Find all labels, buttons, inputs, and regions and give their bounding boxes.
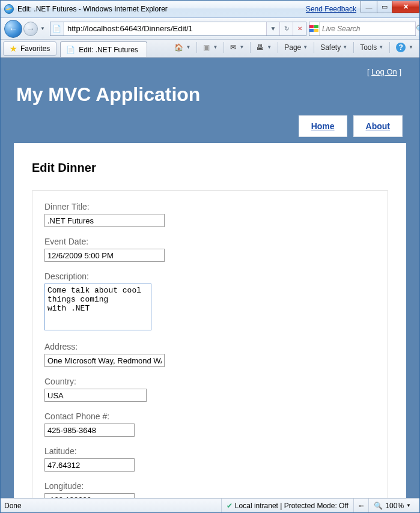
nav-history-dropdown[interactable]: ▼ (39, 26, 46, 31)
search-provider-icon[interactable] (309, 22, 320, 35)
search-button[interactable]: 🔍 (415, 22, 420, 35)
latitude-input[interactable] (44, 458, 135, 472)
ie-icon (4, 4, 14, 14)
zone-label: Local intranet | Protected Mode: Off (235, 502, 348, 510)
minimize-button[interactable]: — (361, 1, 377, 13)
status-text: Done (4, 502, 221, 510)
phone-label: Contact Phone #: (44, 411, 376, 421)
browser-tab[interactable]: 📄 Edit: .NET Futures (60, 41, 147, 57)
tab-toolbar: ★ Favorites 📄 Edit: .NET Futures 🏠▼ ▣▼ ✉… (1, 40, 419, 58)
tab-icon: 📄 (65, 45, 75, 55)
maximize-button[interactable]: ▭ (377, 1, 392, 13)
help-icon: ? (396, 43, 406, 52)
back-button[interactable]: ← (4, 20, 22, 38)
nav-home[interactable]: Home (299, 115, 347, 137)
separator (224, 42, 224, 53)
address-input[interactable] (44, 354, 165, 367)
latitude-label: Latitude: (44, 446, 376, 456)
separator (278, 42, 278, 53)
search-bar: 🔍 (309, 22, 416, 36)
longitude-label: Longitude: (44, 481, 376, 491)
nav-about[interactable]: About (353, 115, 403, 137)
navigation-toolbar: ← → ▼ 📄 ▼ ↻ ✕ 🔍 (1, 18, 419, 40)
print-button[interactable]: 🖶▼ (253, 40, 275, 55)
security-zone[interactable]: ✔ Local intranet | Protected Mode: Off (221, 499, 353, 512)
address-label: Address: (44, 342, 376, 351)
address-input[interactable] (64, 22, 266, 35)
window-titlebar: Edit: .NET Futures - Windows Internet Ex… (1, 1, 419, 18)
country-label: Country: (44, 377, 376, 386)
favorites-label: Favorites (20, 44, 50, 53)
page-icon: 📄 (50, 22, 64, 35)
feeds-button[interactable]: ▣▼ (199, 40, 221, 55)
window-title: Edit: .NET Futures - Windows Internet Ex… (17, 5, 306, 13)
title-label: Dinner Title: (44, 202, 376, 211)
country-input[interactable] (44, 389, 147, 402)
logon-link[interactable]: Log On (371, 67, 397, 76)
page-heading: Edit Dinner (32, 161, 388, 175)
webpage: [ Log On ] My MVC Application Home About… (1, 58, 419, 498)
phone-input[interactable] (44, 423, 135, 437)
tab-title: Edit: .NET Futures (79, 46, 138, 54)
separator (196, 42, 197, 53)
tools-menu[interactable]: Tools▼ (356, 40, 387, 55)
separator (250, 42, 251, 53)
app-title: My MVC Application (14, 82, 406, 115)
main-nav: Home About (14, 115, 406, 143)
address-bar: 📄 ▼ ↻ ✕ (50, 22, 306, 36)
description-textarea[interactable]: Come talk about cool things coming with … (44, 284, 151, 330)
address-dropdown[interactable]: ▼ (266, 22, 279, 35)
zoom-dropdown-icon: ▼ (406, 503, 411, 508)
stop-button[interactable]: ✕ (293, 22, 306, 35)
close-button[interactable]: ✕ (392, 1, 419, 13)
zoom-level: 100% (385, 502, 404, 510)
page-header: [ Log On ] My MVC Application Home About (1, 58, 419, 143)
zoom-control[interactable]: 🔍 100% ▼ (368, 499, 416, 512)
title-input[interactable] (44, 214, 165, 227)
zoom-icon: 🔍 (374, 502, 383, 510)
privacy-button[interactable]: ▪▫ (353, 499, 369, 512)
privacy-icon: ▪▫ (359, 502, 364, 510)
edit-form: Dinner Title: Event Date: Description: C… (32, 190, 388, 498)
mail-button[interactable]: ✉▼ (227, 40, 248, 55)
refresh-button[interactable]: ↻ (279, 22, 293, 35)
content-viewport[interactable]: [ Log On ] My MVC Application Home About… (1, 58, 419, 498)
longitude-input[interactable] (44, 493, 135, 498)
help-button[interactable]: ?▼ (392, 40, 417, 55)
forward-button[interactable]: → (23, 22, 38, 36)
safety-menu[interactable]: Safety▼ (317, 40, 351, 55)
search-input[interactable] (320, 22, 415, 35)
separator (314, 42, 314, 53)
favorites-button[interactable]: ★ Favorites (3, 41, 56, 56)
eventdate-label: Event Date: (44, 237, 376, 246)
home-button[interactable]: 🏠▼ (171, 40, 195, 55)
description-label: Description: (44, 272, 376, 281)
rss-icon: ▣ (203, 43, 210, 52)
logon-area: [ Log On ] (14, 64, 406, 82)
star-icon: ★ (10, 44, 17, 53)
zone-icon: ✔ (227, 502, 233, 510)
page-menu[interactable]: Page▼ (281, 40, 311, 55)
home-icon: 🏠 (174, 43, 183, 52)
print-icon: 🖶 (257, 43, 264, 52)
separator (389, 42, 390, 53)
status-bar: Done ✔ Local intranet | Protected Mode: … (1, 498, 419, 512)
mail-icon: ✉ (230, 43, 236, 52)
separator (353, 42, 354, 53)
content-card: Edit Dinner Dinner Title: Event Date: De… (14, 143, 406, 498)
send-feedback-link[interactable]: Send Feedback (306, 5, 356, 13)
eventdate-input[interactable] (44, 249, 165, 262)
